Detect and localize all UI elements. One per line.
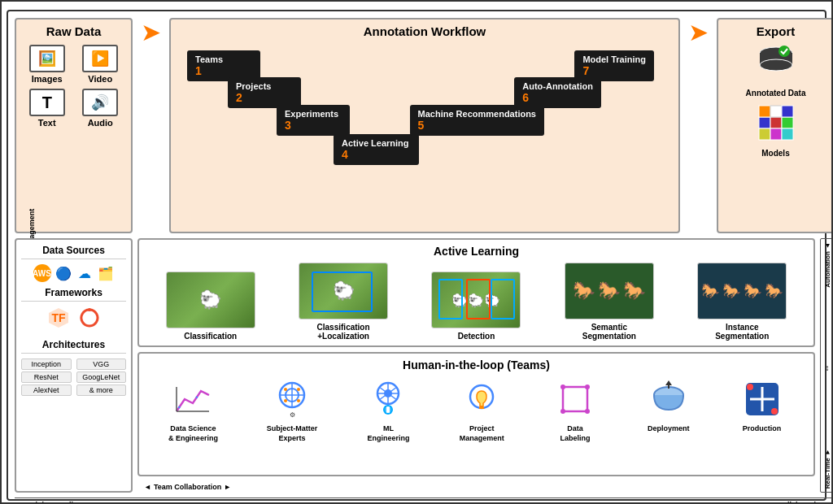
- svg-point-50: [747, 384, 753, 390]
- annotation-workflow-title: Annotation Workflow: [179, 24, 670, 38]
- arch-resnet: ResNet: [21, 371, 72, 383]
- raw-data-title: Raw Data: [46, 24, 102, 38]
- al-classification-image: 🐑: [166, 272, 255, 328]
- subject-matter-icon: ⚙: [269, 376, 314, 421]
- tensorflow-icon: TF: [47, 306, 70, 334]
- video-icon: ▶️: [82, 45, 118, 72]
- step-model-training: Model Training 7: [574, 50, 654, 81]
- svg-point-40: [560, 385, 565, 389]
- azure-icon: ☁: [76, 264, 94, 282]
- svg-point-23: [297, 388, 300, 391]
- export-title: Export: [757, 24, 796, 38]
- bottom-arrows: ◄ Team Collaboration ►: [137, 481, 815, 493]
- models-icon: [757, 104, 795, 147]
- workflow-steps: Teams 1 Projects 2 Experiments 3: [179, 46, 670, 193]
- svg-rect-6: [782, 117, 793, 128]
- automation-bar: Automation ▲ ↕ Real-Time ▼: [820, 238, 833, 493]
- raw-data-box: Raw Data 🖼️ Images ▶️ Video T Text: [15, 18, 133, 233]
- step-auto-annotation: Auto-Annotation 6: [514, 77, 601, 108]
- step-experiments: Experiments 3: [277, 105, 350, 136]
- svg-point-25: [297, 399, 300, 402]
- hitl-project-mgmt: ProjectManagement: [460, 376, 504, 443]
- aws-icon: AWS: [33, 264, 51, 282]
- raw-data-icons: 🖼️ Images ▶️ Video T Text 🔊: [23, 45, 124, 128]
- svg-marker-46: [665, 380, 672, 385]
- images-icon: 🖼️: [29, 45, 65, 72]
- bottom-section: Data Sources AWS 🔵 ☁ 🗂️ Frameworks: [15, 238, 833, 493]
- svg-point-43: [585, 409, 590, 414]
- video-label: Video: [88, 74, 112, 84]
- data-science-icon: [171, 376, 216, 421]
- svg-rect-4: [759, 117, 770, 128]
- hitl-production: Production: [739, 376, 784, 434]
- team-collab-bar: ◄ Team Collaboration ►: [748, 501, 833, 504]
- svg-text:⚙: ⚙: [289, 411, 294, 419]
- arch-vgg: VGG: [76, 358, 127, 370]
- team-collab-label: Team Collaboration: [757, 501, 825, 504]
- al-classification-loc: 🐑 Classification+Localization: [299, 263, 388, 341]
- annotated-data-label: Annotated Data: [746, 89, 806, 98]
- al-items: 🐑 Classification 🐑 Classificatio: [144, 263, 809, 341]
- hitl-deployment: Deployment: [646, 376, 691, 434]
- al-detection-image: 🐑🐑🐑: [431, 272, 521, 328]
- models-label: Models: [761, 149, 789, 158]
- hitl-data-labeling: DataLabeling: [552, 376, 597, 443]
- team-collaboration-label: ◄ Team Collaboration ►: [144, 483, 231, 491]
- storage-icon: 🗂️: [97, 264, 115, 282]
- frameworks-title: Frameworks: [21, 287, 126, 302]
- svg-point-22: [284, 388, 287, 391]
- svg-point-3: [778, 46, 790, 57]
- hitl-ml-engineering: MLEngineering: [366, 376, 411, 443]
- left-panel: Data Sources AWS 🔵 ☁ 🗂️ Frameworks: [15, 238, 133, 493]
- data-sources-icons: AWS 🔵 ☁ 🗂️: [21, 264, 126, 282]
- svg-point-24: [284, 399, 287, 402]
- al-instance-seg-label: InstanceSegmentation: [715, 323, 769, 341]
- al-semantic-seg-image: 🐎 🐎 🐎: [565, 263, 654, 319]
- framework-icons: TF: [21, 306, 126, 334]
- subject-matter-label: Subject-MatterExperts: [267, 424, 318, 443]
- al-classification-label: Classification: [184, 332, 237, 341]
- annotated-data-icon: [756, 45, 796, 87]
- hitl-data-science: Data Science& Engineering: [168, 376, 218, 443]
- hitl-items: Data Science& Engineering: [144, 376, 809, 443]
- text-cell: T Text: [23, 89, 72, 128]
- data-sources-title: Data Sources: [21, 245, 126, 259]
- automation-bar-label: Automation ▲: [824, 242, 831, 288]
- svg-rect-12: [782, 106, 793, 117]
- svg-point-41: [585, 385, 590, 389]
- ml-engineering-icon: [366, 376, 411, 421]
- ml-engineering-label: MLEngineering: [367, 424, 409, 443]
- svg-rect-39: [563, 387, 587, 411]
- arch-more: & more: [76, 385, 127, 396]
- step-active-learning: Active Learning 4: [334, 134, 419, 165]
- svg-rect-7: [759, 128, 770, 140]
- step-machine-rec: Machine Recommendations 5: [410, 105, 544, 136]
- audio-label: Audio: [88, 118, 113, 128]
- svg-rect-8: [770, 128, 782, 140]
- step-projects: Projects 2: [228, 77, 301, 108]
- annotated-data-item: Annotated Data: [746, 45, 806, 98]
- deployment-label: Deployment: [648, 424, 690, 434]
- text-icon: T: [29, 89, 65, 116]
- svg-point-15: [88, 308, 91, 311]
- data-labeling-label: DataLabeling: [560, 424, 590, 443]
- hitl-section: Human-in-the-loop (Teams): [137, 352, 815, 476]
- svg-point-51: [771, 408, 778, 415]
- svg-point-2: [760, 59, 792, 71]
- training-quality-bar: ◄ Training Quality ►: [15, 501, 89, 504]
- project-mgmt-icon: [460, 376, 504, 421]
- bottom-labels-bar: ◄ Training Quality ► ◄ Team Collaboratio…: [15, 497, 833, 504]
- realtime-bar-label: Real-Time ▼: [824, 449, 831, 489]
- production-icon: [739, 376, 784, 421]
- svg-text:TF: TF: [51, 311, 66, 324]
- audio-cell: 🔊 Audio: [76, 89, 125, 128]
- al-detection: 🐑🐑🐑 Detection: [431, 272, 521, 341]
- project-mgmt-label: ProjectManagement: [460, 424, 504, 443]
- right-panels: Active Learning 🐑 Classification: [137, 238, 815, 493]
- arch-inception: Inception: [21, 358, 72, 370]
- images-label: Images: [32, 74, 63, 84]
- top-section: Raw Data 🖼️ Images ▶️ Video T Text: [15, 18, 833, 233]
- svg-point-42: [560, 409, 565, 414]
- export-items: Annotated Data: [746, 45, 806, 158]
- export-box: Export: [717, 18, 833, 233]
